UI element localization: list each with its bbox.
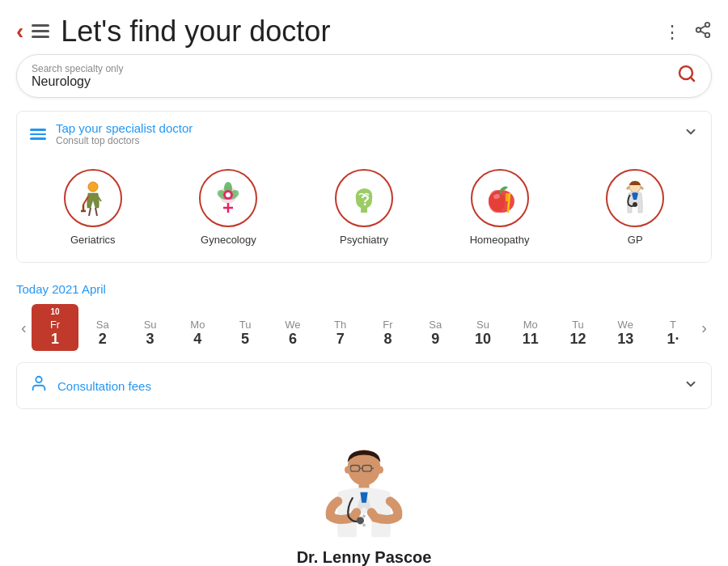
cal-day-name: Fr [383,319,392,331]
consultation-left: Consultation fees [30,374,151,397]
calendar-day-5[interactable]: Tu5 [222,304,269,351]
cal-day-number: 3 [146,331,154,348]
specialty-homeopathy[interactable]: Homeopathy [459,169,540,246]
cal-day-number: 9 [431,331,439,348]
cal-day-name: Th [334,319,346,331]
svg-point-31 [633,202,637,207]
svg-point-46 [362,524,366,527]
specialties-grid: Geriatrics Gynecology [17,156,711,262]
share-icon[interactable] [694,21,712,44]
svg-line-6 [691,78,694,81]
header-actions: ⋮ [663,15,712,44]
cal-day-name: Mo [190,319,205,331]
calendar-day-2[interactable]: Sa2 [78,304,126,351]
search-bar[interactable]: Search specialty only Neurology [16,54,712,98]
specialist-header-left: Tap your specialist doctor Consult top d… [30,121,193,146]
cal-day-name: We [618,319,633,331]
cal-day-number: 5 [241,331,249,348]
date-section: Today 2021 April ‹ 10Fr1Sa2Su3Mo4Tu5We6T… [0,272,728,356]
cal-day-name: We [285,319,300,331]
doctor-avatar [311,433,417,539]
consultation-chevron-icon[interactable] [684,377,698,395]
svg-line-12 [89,208,91,216]
specialist-title: Tap your specialist doctor [56,121,193,135]
specialist-header[interactable]: Tap your specialist doctor Consult top d… [17,112,711,156]
calendar-day-12[interactable]: Tu12 [554,304,602,351]
calendar-day-6[interactable]: We6 [269,304,317,351]
doctor-section: Dr. Lenny Pascoe Neurology [0,409,728,566]
homeopathy-label: Homeopathy [470,234,530,246]
consultation-title: Consultation fees [57,379,151,393]
svg-line-33 [641,187,643,189]
specialist-subtitle: Consult top doctors [56,135,193,146]
header: ‹ Let's find your doctor ⋮ [0,0,728,54]
specialty-gynecology[interactable]: Gynecology [188,169,269,246]
geriatrics-icon-wrapper [64,169,122,227]
specialty-psychiatry[interactable]: ? Psychiatry [324,169,404,246]
cal-day-name: Tu [572,319,584,331]
specialty-geriatrics[interactable]: Geriatrics [53,169,133,246]
gynecology-label: Gynecology [201,234,256,246]
svg-point-24 [489,190,505,213]
psychiatry-label: Psychiatry [340,234,388,246]
cal-day-name: Tu [239,319,252,331]
specialist-section: Tap your specialist doctor Consult top d… [16,111,712,263]
svg-line-13 [95,208,97,216]
calendar-day-4[interactable]: Mo4 [174,304,222,351]
svg-line-32 [627,187,629,189]
cal-day-number: 2 [99,331,107,348]
svg-point-42 [378,467,383,474]
cal-day-name: Sa [429,319,442,331]
calendar-day-8[interactable]: Fr8 [364,304,412,351]
calendar-day-3[interactable]: Su3 [126,304,174,351]
cal-day-name: Fr [50,319,60,331]
calendar-day-7[interactable]: Th7 [316,304,364,351]
calendar-day-13[interactable]: We13 [602,304,650,351]
cal-day-number: 6 [289,331,297,348]
geriatrics-label: Geriatrics [70,234,116,246]
cal-day-name: Mo [523,319,538,331]
search-placeholder: Search specialty only [32,63,123,74]
specialist-chevron-icon[interactable] [684,125,698,143]
back-button[interactable]: ‹ [16,20,23,43]
cal-day-name: Su [476,319,489,331]
cal-day-number: 13 [617,331,633,348]
calendar-day-1·[interactable]: T1· [650,304,697,351]
search-bar-text: Search specialty only Neurology [32,63,123,89]
calendar-day-10[interactable]: Su10 [459,304,507,351]
calendar-prev-button[interactable]: ‹ [16,319,32,337]
consultation-section: Consultation fees [16,362,712,409]
calendar-day-1[interactable]: 10Fr1 [32,304,79,351]
search-value: Neurology [32,74,123,89]
gp-icon-wrapper [606,169,664,227]
cal-day-name: Su [144,319,157,331]
svg-point-7 [88,182,98,192]
more-options-icon[interactable]: ⋮ [663,22,681,43]
svg-point-45 [362,515,366,518]
cal-day-name: T [670,319,676,331]
specialty-gp[interactable]: GP [595,169,675,246]
calendar-day-9[interactable]: Sa9 [412,304,459,351]
header-left: ‹ Let's find your doctor [16,15,330,48]
cal-day-number: 8 [383,331,392,348]
search-button[interactable] [677,64,696,88]
doctor-name: Dr. Lenny Pascoe [297,548,432,566]
svg-line-4 [700,26,705,29]
cal-day-number: 10 [475,331,491,348]
calendar-day-11[interactable]: Mo11 [506,304,554,351]
menu-icon[interactable] [32,24,49,38]
psychiatry-icon-wrapper: ? [335,169,393,227]
cal-day-number: 4 [193,331,201,348]
cal-day-number: 11 [523,331,539,348]
gynecology-icon-wrapper [199,169,257,227]
person-icon [30,374,48,397]
consultation-header[interactable]: Consultation fees [17,363,711,408]
cal-day-name: Sa [96,319,109,331]
cal-day-number: 7 [336,331,345,348]
calendar-days: 10Fr1Sa2Su3Mo4Tu5We6Th7Fr8Sa9Su10Mo11Tu1… [32,304,697,351]
date-title: Today 2021 April [16,282,712,296]
calendar-next-button[interactable]: › [696,319,712,337]
svg-point-41 [345,467,350,474]
svg-point-44 [357,517,364,525]
cal-day-number: 1· [667,331,679,348]
